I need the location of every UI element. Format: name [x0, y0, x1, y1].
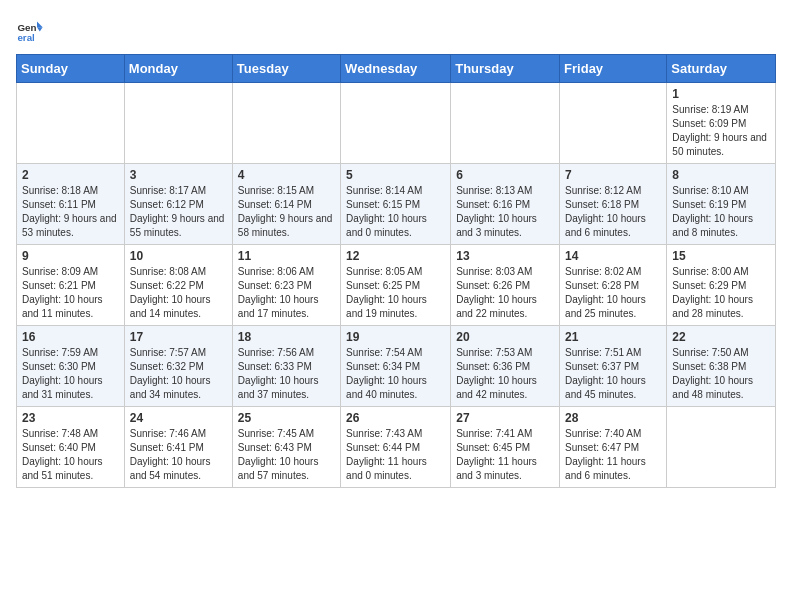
day-number: 2 — [22, 168, 119, 182]
calendar-cell — [560, 83, 667, 164]
day-number: 19 — [346, 330, 445, 344]
day-info: Sunrise: 8:15 AM Sunset: 6:14 PM Dayligh… — [238, 184, 335, 240]
calendar-table: SundayMondayTuesdayWednesdayThursdayFrid… — [16, 54, 776, 488]
dow-header-tuesday: Tuesday — [232, 55, 340, 83]
day-number: 24 — [130, 411, 227, 425]
svg-marker-3 — [37, 27, 43, 31]
day-info: Sunrise: 8:06 AM Sunset: 6:23 PM Dayligh… — [238, 265, 335, 321]
calendar-cell: 28Sunrise: 7:40 AM Sunset: 6:47 PM Dayli… — [560, 407, 667, 488]
day-info: Sunrise: 8:09 AM Sunset: 6:21 PM Dayligh… — [22, 265, 119, 321]
day-number: 11 — [238, 249, 335, 263]
day-info: Sunrise: 7:40 AM Sunset: 6:47 PM Dayligh… — [565, 427, 661, 483]
calendar-cell — [451, 83, 560, 164]
day-number: 3 — [130, 168, 227, 182]
dow-header-friday: Friday — [560, 55, 667, 83]
day-number: 7 — [565, 168, 661, 182]
calendar-cell: 21Sunrise: 7:51 AM Sunset: 6:37 PM Dayli… — [560, 326, 667, 407]
day-number: 18 — [238, 330, 335, 344]
calendar-cell: 2Sunrise: 8:18 AM Sunset: 6:11 PM Daylig… — [17, 164, 125, 245]
calendar-cell: 24Sunrise: 7:46 AM Sunset: 6:41 PM Dayli… — [124, 407, 232, 488]
day-number: 6 — [456, 168, 554, 182]
day-info: Sunrise: 8:10 AM Sunset: 6:19 PM Dayligh… — [672, 184, 770, 240]
svg-marker-2 — [37, 22, 43, 28]
day-number: 27 — [456, 411, 554, 425]
calendar-cell: 18Sunrise: 7:56 AM Sunset: 6:33 PM Dayli… — [232, 326, 340, 407]
calendar-cell: 4Sunrise: 8:15 AM Sunset: 6:14 PM Daylig… — [232, 164, 340, 245]
day-info: Sunrise: 8:00 AM Sunset: 6:29 PM Dayligh… — [672, 265, 770, 321]
calendar-cell: 26Sunrise: 7:43 AM Sunset: 6:44 PM Dayli… — [341, 407, 451, 488]
day-info: Sunrise: 8:19 AM Sunset: 6:09 PM Dayligh… — [672, 103, 770, 159]
calendar-cell: 9Sunrise: 8:09 AM Sunset: 6:21 PM Daylig… — [17, 245, 125, 326]
day-info: Sunrise: 8:17 AM Sunset: 6:12 PM Dayligh… — [130, 184, 227, 240]
day-info: Sunrise: 7:48 AM Sunset: 6:40 PM Dayligh… — [22, 427, 119, 483]
day-info: Sunrise: 8:08 AM Sunset: 6:22 PM Dayligh… — [130, 265, 227, 321]
day-info: Sunrise: 7:53 AM Sunset: 6:36 PM Dayligh… — [456, 346, 554, 402]
calendar-cell: 22Sunrise: 7:50 AM Sunset: 6:38 PM Dayli… — [667, 326, 776, 407]
calendar-cell: 25Sunrise: 7:45 AM Sunset: 6:43 PM Dayli… — [232, 407, 340, 488]
day-number: 15 — [672, 249, 770, 263]
day-number: 14 — [565, 249, 661, 263]
week-row-1: 2Sunrise: 8:18 AM Sunset: 6:11 PM Daylig… — [17, 164, 776, 245]
day-number: 5 — [346, 168, 445, 182]
dow-header-monday: Monday — [124, 55, 232, 83]
day-number: 4 — [238, 168, 335, 182]
calendar-cell: 11Sunrise: 8:06 AM Sunset: 6:23 PM Dayli… — [232, 245, 340, 326]
calendar-cell: 5Sunrise: 8:14 AM Sunset: 6:15 PM Daylig… — [341, 164, 451, 245]
logo-icon: Gen eral — [16, 16, 44, 44]
day-number: 23 — [22, 411, 119, 425]
day-info: Sunrise: 8:12 AM Sunset: 6:18 PM Dayligh… — [565, 184, 661, 240]
day-info: Sunrise: 8:14 AM Sunset: 6:15 PM Dayligh… — [346, 184, 445, 240]
calendar-cell: 7Sunrise: 8:12 AM Sunset: 6:18 PM Daylig… — [560, 164, 667, 245]
day-of-week-row: SundayMondayTuesdayWednesdayThursdayFrid… — [17, 55, 776, 83]
day-info: Sunrise: 8:13 AM Sunset: 6:16 PM Dayligh… — [456, 184, 554, 240]
calendar-cell: 17Sunrise: 7:57 AM Sunset: 6:32 PM Dayli… — [124, 326, 232, 407]
day-info: Sunrise: 7:43 AM Sunset: 6:44 PM Dayligh… — [346, 427, 445, 483]
day-number: 25 — [238, 411, 335, 425]
calendar-cell: 14Sunrise: 8:02 AM Sunset: 6:28 PM Dayli… — [560, 245, 667, 326]
day-number: 22 — [672, 330, 770, 344]
day-info: Sunrise: 7:45 AM Sunset: 6:43 PM Dayligh… — [238, 427, 335, 483]
day-info: Sunrise: 7:57 AM Sunset: 6:32 PM Dayligh… — [130, 346, 227, 402]
day-number: 13 — [456, 249, 554, 263]
calendar-body: 1Sunrise: 8:19 AM Sunset: 6:09 PM Daylig… — [17, 83, 776, 488]
day-number: 10 — [130, 249, 227, 263]
dow-header-thursday: Thursday — [451, 55, 560, 83]
calendar-cell — [17, 83, 125, 164]
day-info: Sunrise: 7:46 AM Sunset: 6:41 PM Dayligh… — [130, 427, 227, 483]
day-number: 1 — [672, 87, 770, 101]
calendar-cell: 13Sunrise: 8:03 AM Sunset: 6:26 PM Dayli… — [451, 245, 560, 326]
day-number: 20 — [456, 330, 554, 344]
day-number: 8 — [672, 168, 770, 182]
day-number: 17 — [130, 330, 227, 344]
calendar-cell: 20Sunrise: 7:53 AM Sunset: 6:36 PM Dayli… — [451, 326, 560, 407]
day-number: 26 — [346, 411, 445, 425]
calendar-cell: 10Sunrise: 8:08 AM Sunset: 6:22 PM Dayli… — [124, 245, 232, 326]
svg-text:eral: eral — [17, 32, 35, 43]
calendar-cell: 16Sunrise: 7:59 AM Sunset: 6:30 PM Dayli… — [17, 326, 125, 407]
day-number: 9 — [22, 249, 119, 263]
day-info: Sunrise: 8:03 AM Sunset: 6:26 PM Dayligh… — [456, 265, 554, 321]
calendar-cell — [341, 83, 451, 164]
day-info: Sunrise: 8:05 AM Sunset: 6:25 PM Dayligh… — [346, 265, 445, 321]
day-info: Sunrise: 7:54 AM Sunset: 6:34 PM Dayligh… — [346, 346, 445, 402]
day-info: Sunrise: 8:18 AM Sunset: 6:11 PM Dayligh… — [22, 184, 119, 240]
week-row-4: 23Sunrise: 7:48 AM Sunset: 6:40 PM Dayli… — [17, 407, 776, 488]
week-row-0: 1Sunrise: 8:19 AM Sunset: 6:09 PM Daylig… — [17, 83, 776, 164]
day-info: Sunrise: 8:02 AM Sunset: 6:28 PM Dayligh… — [565, 265, 661, 321]
calendar-cell — [124, 83, 232, 164]
day-number: 21 — [565, 330, 661, 344]
calendar-cell: 15Sunrise: 8:00 AM Sunset: 6:29 PM Dayli… — [667, 245, 776, 326]
dow-header-saturday: Saturday — [667, 55, 776, 83]
logo: Gen eral — [16, 16, 48, 44]
day-info: Sunrise: 7:41 AM Sunset: 6:45 PM Dayligh… — [456, 427, 554, 483]
day-number: 16 — [22, 330, 119, 344]
calendar-cell: 27Sunrise: 7:41 AM Sunset: 6:45 PM Dayli… — [451, 407, 560, 488]
calendar-cell: 19Sunrise: 7:54 AM Sunset: 6:34 PM Dayli… — [341, 326, 451, 407]
day-info: Sunrise: 7:51 AM Sunset: 6:37 PM Dayligh… — [565, 346, 661, 402]
day-number: 28 — [565, 411, 661, 425]
calendar-cell: 23Sunrise: 7:48 AM Sunset: 6:40 PM Dayli… — [17, 407, 125, 488]
day-number: 12 — [346, 249, 445, 263]
page-header: Gen eral — [16, 16, 776, 44]
dow-header-wednesday: Wednesday — [341, 55, 451, 83]
week-row-2: 9Sunrise: 8:09 AM Sunset: 6:21 PM Daylig… — [17, 245, 776, 326]
